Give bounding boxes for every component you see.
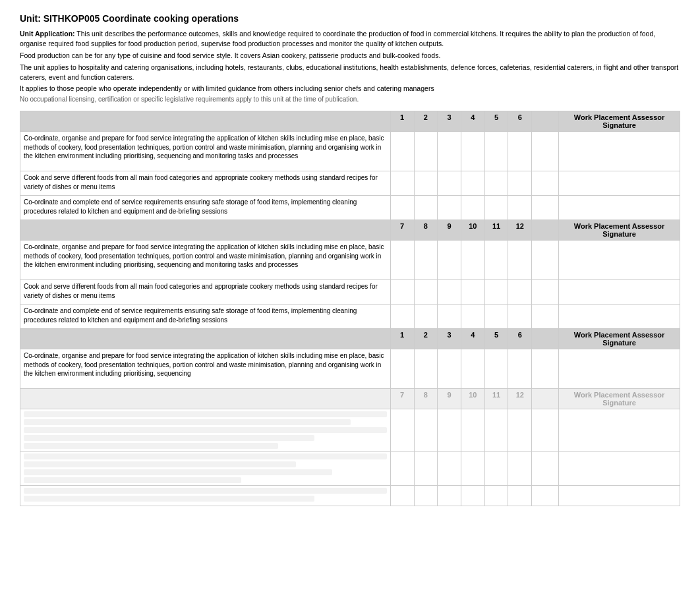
people-text: It applies to those people who operate i…	[20, 84, 680, 94]
s4-i1-c7	[390, 409, 414, 452]
s4-i1-c8	[414, 409, 438, 452]
s4-i3-c11	[484, 486, 508, 506]
section4-num8: 8	[414, 389, 438, 409]
s2-i3-c12	[508, 305, 532, 329]
s4-i1-c12	[508, 409, 532, 452]
section1-num6: 6	[508, 111, 532, 132]
section3-num3: 3	[438, 329, 461, 349]
section2-item2-desc: Cook and serve different foods from all …	[20, 280, 391, 305]
s1-i1-sig[interactable]	[559, 132, 680, 171]
section4-sig-header: Work Placement Assessor Signature	[559, 389, 680, 409]
s2-i3-c7	[390, 305, 414, 329]
s4-i1-sig	[559, 409, 680, 452]
section1-item2-desc: Cook and serve different foods from all …	[20, 171, 391, 196]
s1-i2-c6	[508, 171, 532, 196]
section3-num1: 1	[390, 329, 414, 349]
s1-i2-c3	[438, 171, 461, 196]
section1-blank	[532, 111, 559, 132]
section4-item1-desc	[20, 409, 391, 452]
s2-i2-c7	[390, 280, 414, 305]
section2-item3-desc: Co-ordinate and complete end of service …	[20, 305, 391, 329]
section4-item1-row	[20, 409, 680, 452]
section2-num8: 8	[414, 220, 438, 241]
s2-i3-blank	[532, 305, 559, 329]
s1-i3-c6	[508, 196, 532, 220]
s2-i1-c7	[390, 241, 414, 280]
s2-i2-sig[interactable]	[559, 280, 680, 305]
applies-to-text: The unit applies to hospitality and cate…	[20, 63, 680, 82]
s2-i3-c9	[438, 305, 461, 329]
s1-i3-c5	[484, 196, 508, 220]
s4-i2-c10	[461, 452, 485, 486]
s4-i2-c11	[484, 452, 508, 486]
section2-num10: 10	[461, 220, 485, 241]
section1-sig-header: Work Placement Assessor Signature	[559, 111, 680, 132]
section2-num11: 11	[484, 220, 508, 241]
s1-i1-c1	[390, 132, 414, 171]
section4-num7: 7	[390, 389, 414, 409]
s1-i1-c6	[508, 132, 532, 171]
section4-num11: 11	[484, 389, 508, 409]
s2-i3-c8	[414, 305, 438, 329]
section4-item3-desc	[20, 486, 391, 506]
s4-i3-c12	[508, 486, 532, 506]
s1-i3-sig[interactable]	[559, 196, 680, 220]
s2-i1-c9	[438, 241, 461, 280]
s1-i2-sig[interactable]	[559, 171, 680, 196]
s4-i1-c10	[461, 409, 485, 452]
section1-item1-row: Co-ordinate, organise and prepare for fo…	[20, 132, 680, 171]
section2-item1-desc: Co-ordinate, organise and prepare for fo…	[20, 241, 391, 280]
s4-i3-blank	[532, 486, 559, 506]
s1-i1-c2	[414, 132, 438, 171]
s2-i3-sig[interactable]	[559, 305, 680, 329]
s4-i3-c9	[438, 486, 461, 506]
section1-header-row: 1 2 3 4 5 6 Work Placement Assessor Sign…	[20, 111, 680, 132]
s1-i2-c2	[414, 171, 438, 196]
s4-i2-c7	[390, 452, 414, 486]
section2-desc-header	[20, 220, 391, 241]
s1-i2-c4	[461, 171, 485, 196]
s3-i1-c3	[438, 349, 461, 389]
s4-i1-blank	[532, 409, 559, 452]
s2-i1-blank	[532, 241, 559, 280]
s1-i3-blank	[532, 196, 559, 220]
section4-header-row: 7 8 9 10 11 12 Work Placement Assessor S…	[20, 389, 680, 409]
s2-i2-c11	[484, 280, 508, 305]
s4-i2-c9	[438, 452, 461, 486]
section1-item1-desc: Co-ordinate, organise and prepare for fo…	[20, 132, 391, 171]
s1-i1-c4	[461, 132, 485, 171]
s2-i1-c8	[414, 241, 438, 280]
s3-i1-c1	[390, 349, 414, 389]
s1-i3-c3	[438, 196, 461, 220]
s1-i3-c1	[390, 196, 414, 220]
section2-blank	[532, 220, 559, 241]
section2-num9: 9	[438, 220, 461, 241]
no-licensing-text: No occupational licensing, certification…	[20, 96, 680, 103]
s3-i1-c2	[414, 349, 438, 389]
page-wrapper: Unit: SITHKOP005 Coordinate cooking oper…	[0, 0, 700, 519]
unit-application-block: Unit Application: This unit describes th…	[20, 29, 680, 48]
section1-num4: 4	[461, 111, 485, 132]
section2-sig-header: Work Placement Assessor Signature	[559, 220, 680, 241]
s3-i1-sig[interactable]	[559, 349, 680, 389]
s4-i3-c8	[414, 486, 438, 506]
s1-i3-c2	[414, 196, 438, 220]
s2-i1-sig[interactable]	[559, 241, 680, 280]
section1-desc-header	[20, 111, 391, 132]
s4-i2-blank	[532, 452, 559, 486]
section2-header-row: 7 8 9 10 11 12 Work Placement Assessor S…	[20, 220, 680, 241]
section2-item2-row: Cook and serve different foods from all …	[20, 280, 680, 305]
section1-item2-row: Cook and serve different foods from all …	[20, 171, 680, 196]
s1-i2-blank	[532, 171, 559, 196]
s3-i1-c4	[461, 349, 485, 389]
main-table: 1 2 3 4 5 6 Work Placement Assessor Sign…	[20, 111, 680, 506]
section1-num2: 2	[414, 111, 438, 132]
section3-header-row: 1 2 3 4 5 6 Work Placement Assessor Sign…	[20, 329, 680, 349]
section1-item3-desc: Co-ordinate and complete end of service …	[20, 196, 391, 220]
s1-i1-c5	[484, 132, 508, 171]
section3-desc-header	[20, 329, 391, 349]
section2-item3-row: Co-ordinate and complete end of service …	[20, 305, 680, 329]
s2-i2-c9	[438, 280, 461, 305]
section4-item2-desc	[20, 452, 391, 486]
s2-i1-c10	[461, 241, 485, 280]
